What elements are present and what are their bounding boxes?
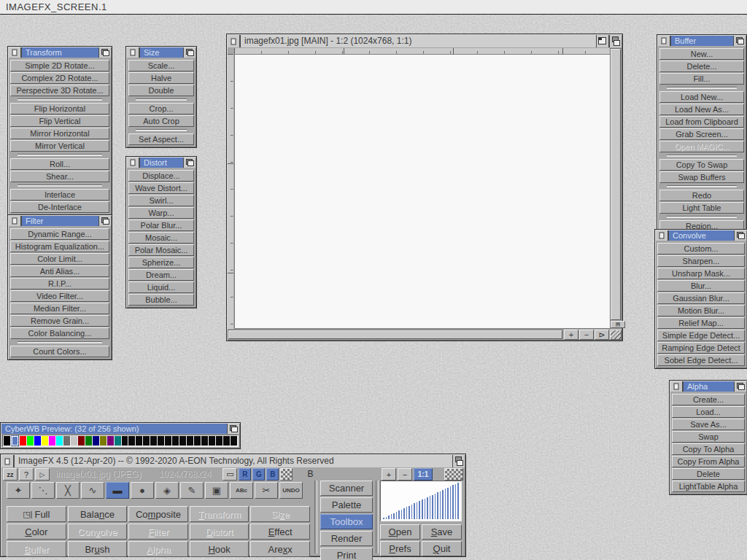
close-icon[interactable] xyxy=(228,35,240,47)
filter-titlebar[interactable]: Filter xyxy=(9,216,111,226)
panel-button[interactable]: Dynamic Range... xyxy=(10,228,109,240)
panel-button[interactable] xyxy=(667,216,737,218)
screen-title-bar[interactable]: IMAGEFX_SCREEN.1 xyxy=(0,0,747,15)
buffer-titlebar[interactable]: Buffer xyxy=(658,36,746,46)
panel-button[interactable]: Redo xyxy=(659,190,744,201)
scanner-button[interactable]: Scanner xyxy=(320,481,373,496)
panel-button[interactable]: Set Aspect... xyxy=(128,133,194,145)
panel-button[interactable]: Flip Horizontal xyxy=(10,103,109,114)
close-icon[interactable] xyxy=(9,216,21,226)
color-swatch[interactable] xyxy=(27,436,34,446)
color-swatch[interactable] xyxy=(158,436,164,446)
toolbox-titlebar[interactable]: ImageFX 4.5 (12-Apr-20) -- © 1992-2020 A… xyxy=(1,455,465,467)
red-channel-button[interactable]: R xyxy=(239,468,251,481)
help-button[interactable]: ? xyxy=(19,468,34,481)
panel-button[interactable]: Custom... xyxy=(657,243,745,254)
panel-button[interactable] xyxy=(136,98,187,101)
color-swatch[interactable] xyxy=(20,436,26,446)
horizontal-scrollbar[interactable] xyxy=(228,330,563,340)
panel-button[interactable]: Auto Crop xyxy=(128,115,194,127)
depth-icon[interactable] xyxy=(452,455,465,467)
panel-button[interactable]: Polar Blur... xyxy=(128,219,194,231)
full-button[interactable]: ◳|Full xyxy=(7,506,66,522)
panel-button[interactable]: Perspective 3D Rotate... xyxy=(10,85,109,96)
crop-tool[interactable]: ✂ xyxy=(255,482,278,499)
panel-button[interactable]: Interlace xyxy=(10,189,109,201)
color-swatch[interactable] xyxy=(42,436,48,446)
panel-button[interactable]: Swirl... xyxy=(128,195,194,206)
alpha-titlebar[interactable]: Alpha xyxy=(670,381,746,392)
panel-button[interactable]: Spherize... xyxy=(128,257,194,268)
panel-button[interactable]: Anti Alias... xyxy=(10,265,109,277)
color-swatch[interactable] xyxy=(49,436,55,446)
line-tool[interactable]: ╳ xyxy=(56,482,80,499)
panel-button[interactable] xyxy=(18,98,102,101)
close-icon[interactable] xyxy=(1,455,14,467)
color-swatch[interactable] xyxy=(143,436,150,446)
panel-button[interactable]: Load... xyxy=(672,406,745,418)
panel-button[interactable]: Bubble... xyxy=(128,294,194,306)
brush-button[interactable]: Brush xyxy=(68,541,128,557)
panel-button[interactable]: Motion Blur... xyxy=(657,305,745,316)
zoom-out-button[interactable]: − xyxy=(579,330,594,340)
panel-button[interactable]: Load from Clipboard xyxy=(659,116,744,128)
toolbox-button[interactable]: Toolbox xyxy=(320,514,373,529)
palette-button[interactable]: Palette xyxy=(320,497,373,513)
panel-button[interactable]: R.I.P... xyxy=(10,278,109,289)
panel-button[interactable]: Scale... xyxy=(128,60,194,71)
open-button[interactable]: Open xyxy=(380,524,420,540)
panel-button[interactable]: Warp... xyxy=(128,207,194,219)
fill-tool[interactable]: ▣ xyxy=(205,482,228,499)
alpha-button[interactable]: Alpha xyxy=(128,541,188,557)
zoom-out-button[interactable]: − xyxy=(398,468,412,481)
panel-button[interactable] xyxy=(18,184,102,187)
panel-button[interactable]: Roll... xyxy=(10,158,109,170)
panel-button[interactable]: Load New... xyxy=(659,91,744,103)
color-button[interactable]: Color xyxy=(7,524,66,540)
panel-button[interactable]: Mosaic... xyxy=(128,232,194,244)
screen-mode-icon[interactable]: ▭ xyxy=(222,468,237,481)
close-icon[interactable] xyxy=(656,230,668,241)
filter-button[interactable]: Filter xyxy=(128,524,188,540)
close-icon[interactable] xyxy=(658,36,670,46)
panel-button[interactable]: Copy To Alpha xyxy=(672,443,745,455)
close-icon[interactable] xyxy=(127,47,139,58)
hook-button[interactable]: Hook xyxy=(190,541,249,557)
color-swatch[interactable] xyxy=(165,436,171,446)
depth-icon[interactable] xyxy=(183,158,196,168)
panel-button[interactable]: Median Filter... xyxy=(10,303,109,314)
panel-button[interactable]: Swap Buffers xyxy=(659,171,744,183)
zoom-in-button[interactable]: + xyxy=(382,468,396,481)
panel-button[interactable] xyxy=(136,129,187,131)
freehand-tool[interactable]: ✎ xyxy=(180,482,204,499)
panel-button[interactable]: Gaussian Blur... xyxy=(657,292,745,304)
color-swatch[interactable] xyxy=(187,436,193,446)
size-titlebar[interactable]: Size xyxy=(127,47,196,58)
convolve-button[interactable]: Convolve xyxy=(68,524,128,540)
panel-button[interactable]: LightTable Alpha xyxy=(672,481,745,492)
color-swatch[interactable] xyxy=(115,436,121,446)
panel-button[interactable]: Mirror Horizontal xyxy=(10,128,109,139)
panel-button[interactable]: Simple Edge Detect... xyxy=(657,330,745,341)
buffer-button[interactable]: Buffer xyxy=(7,541,66,557)
vertical-scrollbar[interactable]: ▤ xyxy=(610,48,622,329)
panel-button[interactable]: Fill... xyxy=(659,73,744,85)
panel-button[interactable]: Count Colors... xyxy=(10,346,109,357)
panel-button[interactable]: Grab Screen... xyxy=(659,128,744,140)
panel-button[interactable]: Wave Distort... xyxy=(128,182,194,194)
point-tool[interactable]: ✦ xyxy=(7,482,30,499)
depth-icon[interactable] xyxy=(98,216,111,226)
color-swatch[interactable] xyxy=(194,436,201,446)
text-tool[interactable]: ABc xyxy=(230,482,253,499)
depth-icon[interactable] xyxy=(734,381,746,392)
color-swatch[interactable] xyxy=(93,436,99,446)
pan-button[interactable]: ⊳ xyxy=(595,330,609,340)
panel-button[interactable]: Light Table xyxy=(659,202,744,214)
arexx-button[interactable]: Arexx xyxy=(250,541,310,557)
panel-button[interactable]: Liquid... xyxy=(128,281,194,293)
color-swatch[interactable] xyxy=(209,436,215,446)
panel-button[interactable]: Dream... xyxy=(128,269,194,281)
panel-button[interactable]: Flip Vertical xyxy=(10,115,109,127)
undo-button[interactable]: UNDO xyxy=(279,482,303,499)
box-tool[interactable]: ▬ xyxy=(106,482,129,499)
